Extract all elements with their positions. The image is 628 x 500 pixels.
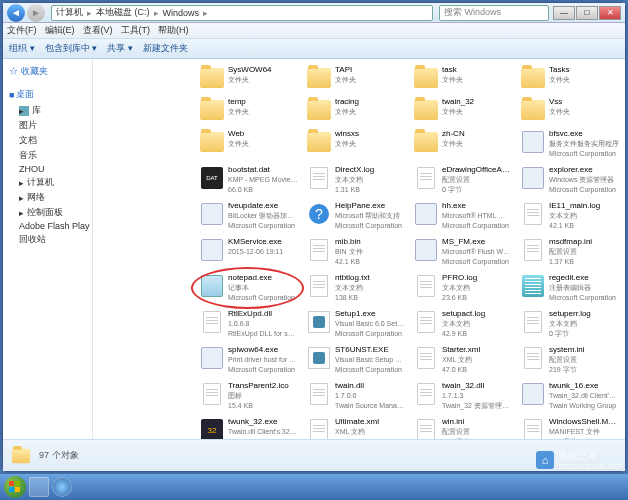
help-icon: ? xyxy=(309,204,329,224)
file-item[interactable]: DirectX.log文本文档1.31 KB xyxy=(304,163,407,197)
file-item[interactable]: bfsvc.exe服务文件服务实用程序Microsoft Corporation xyxy=(518,127,621,161)
folder-item[interactable]: twain_32文件夹 xyxy=(411,95,514,125)
sidebar-favorites[interactable]: ☆ 收藏夹 xyxy=(5,63,90,80)
file-item[interactable]: TransParent2.ico图标15.4 KB xyxy=(197,379,300,413)
file-item[interactable]: regedit.exe注册表编辑器Microsoft Corporation xyxy=(518,271,621,305)
sidebar-network[interactable]: ▸ 网络 xyxy=(5,190,90,205)
file-item[interactable]: KMService.exe2015-12-06 19:11 xyxy=(197,235,300,269)
notepad-icon xyxy=(201,275,223,297)
menu-help[interactable]: 帮助(H) xyxy=(158,24,189,37)
sidebar-item-music[interactable]: 音乐 xyxy=(5,148,90,163)
file-item[interactable]: RtlExUpd.dll1.0.6.8RtlExUpd DLL for setu… xyxy=(197,307,300,341)
folder-item[interactable]: task文件夹 xyxy=(411,63,514,93)
file-item[interactable]: twunk_16.exeTwain_32.dll Client's 16-Bit… xyxy=(518,379,621,413)
folder-item[interactable]: Tasks文件夹 xyxy=(518,63,621,93)
file-icon xyxy=(417,419,435,439)
file-item[interactable]: DATbootstat.datKMP - MPEG Movie File66.0… xyxy=(197,163,300,197)
sidebar-adobe[interactable]: Adobe Flash Player xyxy=(5,220,90,232)
exe-icon xyxy=(201,239,223,261)
share-button[interactable]: 共享 ▾ xyxy=(107,42,133,55)
menu-edit[interactable]: 编辑(E) xyxy=(45,24,75,37)
start-button[interactable] xyxy=(4,476,26,498)
breadcrumb-part[interactable]: 本地磁盘 (C:) xyxy=(96,6,150,19)
exe-icon xyxy=(415,203,437,225)
file-item[interactable]: splwow64.exePrint driver host for 32bit … xyxy=(197,343,300,377)
sidebar-computer[interactable]: ▸ 计算机 xyxy=(5,175,90,190)
file-item[interactable]: Starter.xmlXML 文档47.0 KB xyxy=(411,343,514,377)
file-item[interactable]: eDrawingOfficeAutomator.INI配置设置0 字节 xyxy=(411,163,514,197)
folder-item[interactable]: TAPI文件夹 xyxy=(304,63,407,93)
file-item[interactable]: WindowsShell.ManifestMANIFEST 文件749 字节 xyxy=(518,415,621,439)
folder-icon xyxy=(307,100,331,120)
folder-item[interactable]: winsxs文件夹 xyxy=(304,127,407,161)
file-item[interactable]: Ultimate.xmlXML 文档50.6 KB xyxy=(304,415,407,439)
file-item[interactable]: hh.exeMicrosoft® HTML 帮助执行程序Microsoft Co… xyxy=(411,199,514,233)
file-item[interactable]: ST6UNST.EXEVisual Basic Setup Toolkit Un… xyxy=(304,343,407,377)
file-item[interactable]: PFRO.log文本文档23.6 KB xyxy=(411,271,514,305)
sidebar-item-pictures[interactable]: 图片 xyxy=(5,118,90,133)
sidebar-desktop[interactable]: ■ 桌面 xyxy=(5,86,90,103)
exe-icon xyxy=(415,239,437,261)
setup-icon xyxy=(308,347,330,369)
file-item[interactable]: twain_32.dll1.7.1.3Twain_32 资源管理器(图像获取..… xyxy=(411,379,514,413)
file-item[interactable]: setuperr.log文本文档0 字节 xyxy=(518,307,621,341)
file-item[interactable]: mib.binBIN 文件42.1 KB xyxy=(304,235,407,269)
svg-rect-0 xyxy=(9,481,14,486)
folder-item[interactable]: zh-CN文件夹 xyxy=(411,127,514,161)
file-item[interactable]: notepad.exe记事本Microsoft Corporation xyxy=(197,271,300,305)
search-input[interactable]: 搜索 Windows xyxy=(439,5,549,21)
back-button[interactable]: ◄ xyxy=(7,4,25,22)
folder-icon xyxy=(200,132,224,152)
file-icon xyxy=(203,383,221,405)
file-item[interactable]: system.ini配置设置219 字节 xyxy=(518,343,621,377)
content-pane: SysWOW64文件夹TAPI文件夹task文件夹Tasks文件夹temp文件夹… xyxy=(93,59,625,439)
titlebar: ◄ ► 计算机▸ 本地磁盘 (C:)▸ Windows▸ 搜索 Windows … xyxy=(3,3,625,23)
file-item[interactable]: explorer.exeWindows 资源管理器Microsoft Corpo… xyxy=(518,163,621,197)
breadcrumb-part[interactable]: 计算机 xyxy=(56,6,83,19)
organize-button[interactable]: 组织 ▾ xyxy=(9,42,35,55)
file-item[interactable]: win.ini配置设置478 字节 xyxy=(411,415,514,439)
folder-icon xyxy=(200,100,224,120)
regedit-icon xyxy=(522,275,544,297)
folder-icon xyxy=(307,68,331,88)
folder-item[interactable]: temp文件夹 xyxy=(197,95,300,125)
breadcrumb-part[interactable]: Windows xyxy=(163,8,200,18)
setup-icon xyxy=(308,311,330,333)
sidebar-item-documents[interactable]: 文档 xyxy=(5,133,90,148)
file-item[interactable]: 32twunk_32.exeTwain.dll Client's 32-Bit … xyxy=(197,415,300,439)
file-icon xyxy=(524,419,542,439)
sidebar-item-zhou[interactable]: ZHOU xyxy=(5,163,90,175)
file-icon xyxy=(310,275,328,297)
menu-tools[interactable]: 工具(T) xyxy=(121,24,151,37)
file-item[interactable]: msdfmap.ini配置设置1.37 KB xyxy=(518,235,621,269)
folder-item[interactable]: tracing文件夹 xyxy=(304,95,407,125)
sidebar-controlpanel[interactable]: ▸ 控制面板 xyxy=(5,205,90,220)
forward-button[interactable]: ► xyxy=(27,4,45,22)
taskbar-app-icon[interactable] xyxy=(52,477,72,497)
folder-icon xyxy=(307,132,331,152)
include-button[interactable]: 包含到库中 ▾ xyxy=(45,42,98,55)
sidebar-libraries[interactable]: ▸库 xyxy=(5,103,90,118)
menu-view[interactable]: 查看(V) xyxy=(83,24,113,37)
minimize-button[interactable]: — xyxy=(553,6,575,20)
file-item[interactable]: ?HelpPane.exeMicrosoft 帮助和支持Microsoft Co… xyxy=(304,199,407,233)
file-item[interactable]: IE11_main.log文本文档42.1 KB xyxy=(518,199,621,233)
folder-item[interactable]: Web文件夹 xyxy=(197,127,300,161)
taskbar-explorer-icon[interactable] xyxy=(29,477,49,497)
folder-icon xyxy=(414,132,438,152)
file-item[interactable]: Setup1.exeVisual Basic 6.0 Setup Toolkit… xyxy=(304,307,407,341)
file-item[interactable]: fveupdate.exeBitLocker 驱动器加密服务实时工...Micr… xyxy=(197,199,300,233)
exe-icon xyxy=(522,167,544,189)
folder-item[interactable]: Vss文件夹 xyxy=(518,95,621,125)
menu-file[interactable]: 文件(F) xyxy=(7,24,37,37)
file-item[interactable]: twain.dll1.7.0.0Twain Source Manager (Im… xyxy=(304,379,407,413)
file-item[interactable]: ntbtlog.txt文本文档138 KB xyxy=(304,271,407,305)
close-button[interactable]: ✕ xyxy=(599,6,621,20)
maximize-button[interactable]: □ xyxy=(576,6,598,20)
folder-item[interactable]: SysWOW64文件夹 xyxy=(197,63,300,93)
file-item[interactable]: setupact.log文本文档42.9 KB xyxy=(411,307,514,341)
sidebar-recycle[interactable]: 回收站 xyxy=(5,232,90,247)
file-item[interactable]: MS_FM.exeMicrosoft® Flush Working Set...… xyxy=(411,235,514,269)
breadcrumb[interactable]: 计算机▸ 本地磁盘 (C:)▸ Windows▸ xyxy=(51,5,433,21)
newfolder-button[interactable]: 新建文件夹 xyxy=(143,42,188,55)
